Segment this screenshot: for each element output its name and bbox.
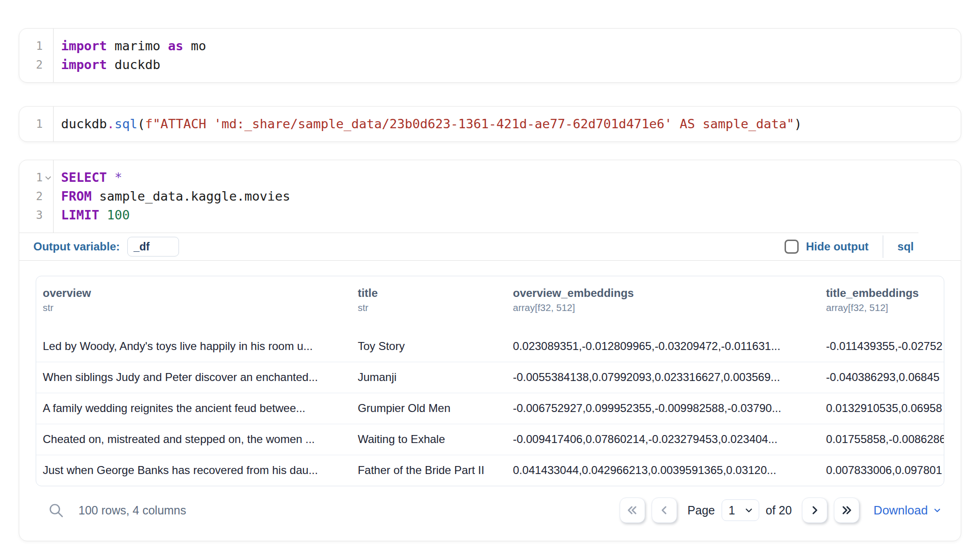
page-select[interactable]: 1: [722, 499, 759, 521]
page-label: Page: [687, 504, 715, 517]
output-variable-label: Output variable:: [33, 240, 120, 253]
column-header[interactable]: overviewstr: [36, 276, 351, 331]
line-number: 2: [19, 187, 43, 206]
table-cell: Grumpier Old Men: [351, 393, 506, 424]
column-header[interactable]: titlestr: [351, 276, 506, 331]
table-cell: A family wedding reignites the ancient f…: [36, 393, 351, 424]
table-cell: 0.041433044,0.042966213,0.0039591365,0.0…: [506, 455, 820, 486]
download-label: Download: [873, 503, 928, 518]
table-row[interactable]: Led by Woody, Andy's toys live happily i…: [36, 331, 944, 362]
cell-output: overviewstrtitlestroverview_embeddingsar…: [19, 260, 961, 541]
table-row[interactable]: Just when George Banks has recovered fro…: [36, 455, 944, 486]
page-select-value: 1: [729, 504, 744, 517]
line-number-gutter: 12: [19, 29, 54, 82]
column-header[interactable]: title_embeddingsarray[f32, 512]: [819, 276, 944, 331]
chevron-down-icon: [744, 505, 754, 515]
line-number-gutter: 1: [19, 107, 54, 141]
column-type: array[f32, 512]: [826, 301, 940, 315]
table-cell: When siblings Judy and Peter discover an…: [36, 362, 351, 393]
column-name: title_embeddings: [826, 286, 940, 301]
dataframe-table: overviewstrtitlestroverview_embeddingsar…: [36, 276, 944, 486]
hide-output-checkbox[interactable]: [785, 240, 799, 254]
code-line[interactable]: FROM sample_data.kaggle.movies: [61, 187, 918, 206]
table-cell: -0.011439355,-0.02752: [819, 331, 944, 362]
code-editor[interactable]: SELECT *FROM sample_data.kaggle.moviesLI…: [54, 160, 918, 233]
code-editor[interactable]: import marimo as moimport duckdb: [54, 29, 961, 82]
column-header[interactable]: overview_embeddingsarray[f32, 512]: [506, 276, 820, 331]
pagination: Page 1 of 20 Download: [620, 498, 942, 523]
table-cell: 0.01755858,-0.0086286: [819, 424, 944, 455]
line-number: 1: [19, 37, 43, 55]
line-number-gutter: 123: [19, 160, 54, 233]
table-cell: 0.007833006,0.097801: [819, 455, 944, 486]
table-summary: 100 rows, 4 columns: [78, 504, 186, 517]
code-line[interactable]: import duckdb: [61, 55, 961, 74]
code-line[interactable]: duckdb.sql(f"ATTACH 'md:_share/sample_da…: [61, 115, 961, 133]
table-body: Led by Woody, Andy's toys live happily i…: [36, 331, 944, 486]
previous-page-button[interactable]: [652, 498, 677, 523]
language-label[interactable]: sql: [897, 240, 914, 253]
code-cell-sql-query: 123 SELECT *FROM sample_data.kaggle.movi…: [19, 160, 961, 541]
column-name: overview_embeddings: [513, 286, 816, 301]
fold-toggle[interactable]: [43, 168, 53, 187]
next-page-button[interactable]: [802, 498, 827, 523]
table-cell: -0.040386293,0.06845: [819, 362, 944, 393]
hide-output-label[interactable]: Hide output: [806, 240, 869, 253]
table-cell: Waiting to Exhale: [351, 424, 506, 455]
sql-cell-toolbar: Output variable: Hide output sql: [19, 233, 961, 260]
table-row[interactable]: When siblings Judy and Peter discover an…: [36, 362, 944, 393]
line-number: 2: [19, 55, 43, 74]
table-footer: 100 rows, 4 columns Page 1 of 20: [36, 486, 944, 541]
last-page-button[interactable]: [834, 498, 859, 523]
table-cell: -0.0055384138,0.07992093,0.023316627,0.0…: [506, 362, 820, 393]
fold-chevron-icon: [44, 174, 52, 182]
search-icon[interactable]: [47, 502, 64, 519]
output-variable-input[interactable]: [127, 237, 179, 257]
code-editor[interactable]: duckdb.sql(f"ATTACH 'md:_share/sample_da…: [54, 107, 961, 141]
page-count-label: of 20: [766, 504, 792, 517]
line-number: 3: [19, 206, 43, 225]
code-line[interactable]: LIMIT 100: [61, 206, 918, 225]
table-cell: Toy Story: [351, 331, 506, 362]
download-button[interactable]: Download: [873, 503, 942, 518]
code-line[interactable]: import marimo as mo: [61, 37, 961, 55]
table-row[interactable]: Cheated on, mistreated and stepped on, t…: [36, 424, 944, 455]
table-cell: -0.006752927,0.099952355,-0.009982588,-0…: [506, 393, 820, 424]
table-header-row: overviewstrtitlestroverview_embeddingsar…: [36, 276, 944, 331]
table-cell: Just when George Banks has recovered fro…: [36, 455, 351, 486]
column-type: str: [43, 301, 347, 315]
code-cell-imports: 12 import marimo as moimport duckdb: [19, 28, 961, 83]
marimo-notebook: 12 import marimo as moimport duckdb 1 du…: [0, 0, 980, 560]
divider: [883, 235, 884, 258]
code-line[interactable]: SELECT *: [61, 168, 918, 187]
table-cell: 0.0132910535,0.06958: [819, 393, 944, 424]
first-page-button[interactable]: [620, 498, 645, 523]
table-cell: Cheated on, mistreated and stepped on, t…: [36, 424, 351, 455]
table-cell: Led by Woody, Andy's toys live happily i…: [36, 331, 351, 362]
line-number: 1: [19, 115, 43, 133]
table-row[interactable]: A family wedding reignites the ancient f…: [36, 393, 944, 424]
table-cell: 0.023089351,-0.012809965,-0.03209472,-0.…: [506, 331, 820, 362]
column-type: array[f32, 512]: [513, 301, 816, 315]
table-cell: -0.009417406,0.07860214,-0.023279453,0.0…: [506, 424, 820, 455]
table-cell: Father of the Bride Part II: [351, 455, 506, 486]
column-name: title: [358, 286, 502, 301]
column-name: overview: [43, 286, 347, 301]
line-number: 1: [19, 168, 43, 187]
code-cell-attach: 1 duckdb.sql(f"ATTACH 'md:_share/sample_…: [19, 106, 961, 142]
chevron-down-icon: [933, 506, 942, 515]
column-type: str: [358, 301, 502, 315]
table-cell: Jumanji: [351, 362, 506, 393]
